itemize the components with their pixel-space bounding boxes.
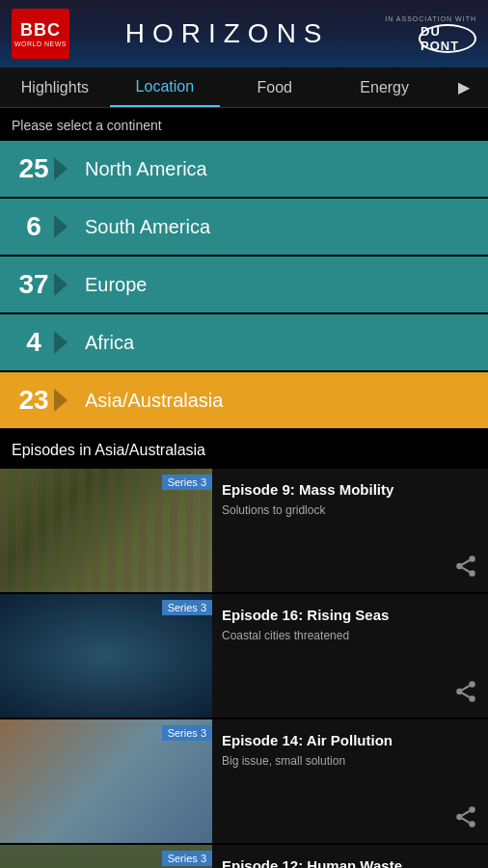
- svg-point-12: [469, 821, 475, 827]
- svg-point-0: [469, 556, 475, 562]
- episode-subtitle-mass-mobility: Solutions to gridlock: [222, 503, 478, 517]
- svg-point-1: [456, 563, 463, 570]
- episode-subtitle-rising-seas: Coastal cities threatened: [222, 629, 478, 642]
- episode-mass-mobility[interactable]: Series 3 Episode 9: Mass Mobility Soluti…: [0, 469, 488, 592]
- episode-title-human-waste: Episode 12: Human Waste: [222, 856, 478, 868]
- app-title: HORIZONS: [125, 18, 330, 49]
- bbc-brand-text: BBC: [20, 20, 61, 41]
- bbc-logo: BBC WORLD NEWS: [12, 9, 69, 59]
- continent-south-america[interactable]: 6 South America: [0, 199, 488, 255]
- continent-count-europe: 37: [0, 269, 68, 300]
- continent-europe[interactable]: 37 Europe: [0, 257, 488, 312]
- continent-label-south-america: South America: [68, 216, 210, 238]
- dupont-text: DU PONT: [420, 24, 474, 53]
- episode-subtitle-air-pollution: Big issue, small solution: [222, 754, 478, 768]
- episode-thumb-human-waste: Series 3: [0, 845, 212, 868]
- episode-info-air-pollution: Episode 14: Air Pollution Big issue, sma…: [212, 719, 488, 779]
- share-button-rising-seas[interactable]: [453, 679, 478, 708]
- episode-title-rising-seas: Episode 16: Rising Seas: [222, 606, 478, 625]
- dupont-logo: DU PONT: [419, 24, 476, 53]
- continent-count-africa: 4: [0, 327, 68, 358]
- bbc-subtitle-text: WORLD NEWS: [14, 41, 67, 47]
- episodes-header: Episodes in Asia/Australasia: [0, 434, 488, 469]
- episodes-section: Episodes in Asia/Australasia Series 3 Ep…: [0, 430, 488, 868]
- continent-africa[interactable]: 4 Africa: [0, 314, 488, 370]
- tab-food[interactable]: Food: [220, 69, 330, 106]
- svg-line-9: [462, 686, 469, 690]
- episode-air-pollution[interactable]: Series 3 Episode 14: Air Pollution Big i…: [0, 719, 488, 843]
- share-button-air-pollution[interactable]: [453, 804, 478, 833]
- series-badge-rising-seas: Series 3: [162, 600, 212, 615]
- svg-line-14: [462, 811, 469, 815]
- app-header: BBC WORLD NEWS HORIZONS IN ASSOCIATION W…: [0, 0, 488, 68]
- tab-more[interactable]: ▶: [440, 68, 488, 106]
- episode-thumb-air-pollution: Series 3: [0, 719, 212, 843]
- svg-point-11: [456, 814, 463, 821]
- series-badge-air-pollution: Series 3: [162, 725, 212, 741]
- episode-thumb-rising-seas: Series 3: [0, 594, 212, 718]
- continent-label-europe: Europe: [68, 274, 148, 296]
- continent-count-asia: 23: [0, 385, 68, 416]
- episode-rising-seas[interactable]: Series 3 Episode 16: Rising Seas Coastal…: [0, 594, 488, 718]
- svg-line-4: [462, 560, 469, 564]
- continent-list: 25 North America 6 South America 37 Euro…: [0, 141, 488, 428]
- episode-thumb-mass-mobility: Series 3: [0, 469, 212, 592]
- sponsor-area: IN ASSOCIATION WITH DU PONT: [385, 15, 476, 53]
- episode-info-mass-mobility: Episode 9: Mass Mobility Solutions to gr…: [212, 469, 488, 529]
- svg-point-6: [456, 689, 463, 695]
- svg-point-5: [469, 681, 475, 688]
- svg-point-7: [469, 695, 475, 702]
- episode-title-mass-mobility: Episode 9: Mass Mobility: [222, 480, 478, 500]
- continent-label-africa: Africa: [68, 332, 134, 354]
- episode-info-rising-seas: Episode 16: Rising Seas Coastal cities t…: [212, 594, 488, 654]
- series-badge-mass-mobility: Series 3: [162, 475, 212, 490]
- svg-point-10: [469, 806, 475, 813]
- continent-north-america[interactable]: 25 North America: [0, 141, 488, 197]
- svg-point-2: [469, 570, 475, 577]
- nav-tabs: Highlights Location Food Energy ▶: [0, 68, 488, 108]
- svg-line-8: [462, 693, 469, 697]
- continent-label-asia: Asia/Australasia: [68, 390, 223, 412]
- continent-subtitle: Please select a continent: [0, 108, 488, 141]
- svg-line-3: [462, 568, 469, 572]
- tab-location[interactable]: Location: [110, 68, 220, 107]
- continent-count-south-america: 6: [0, 211, 68, 242]
- episode-title-air-pollution: Episode 14: Air Pollution: [222, 731, 478, 750]
- continent-count-north-america: 25: [0, 153, 68, 184]
- series-badge-human-waste: Series 3: [162, 851, 212, 866]
- episode-info-human-waste: Episode 12: Human Waste: [212, 845, 488, 868]
- continent-asia-australasia[interactable]: 23 Asia/Australasia: [0, 372, 488, 428]
- svg-line-13: [462, 819, 469, 823]
- tab-energy[interactable]: Energy: [330, 69, 440, 106]
- continent-label-north-america: North America: [68, 158, 207, 180]
- tab-highlights[interactable]: Highlights: [0, 69, 110, 106]
- share-button-mass-mobility[interactable]: [453, 554, 478, 583]
- episode-human-waste[interactable]: Series 3 Episode 12: Human Waste: [0, 845, 488, 868]
- association-label: IN ASSOCIATION WITH: [385, 15, 476, 22]
